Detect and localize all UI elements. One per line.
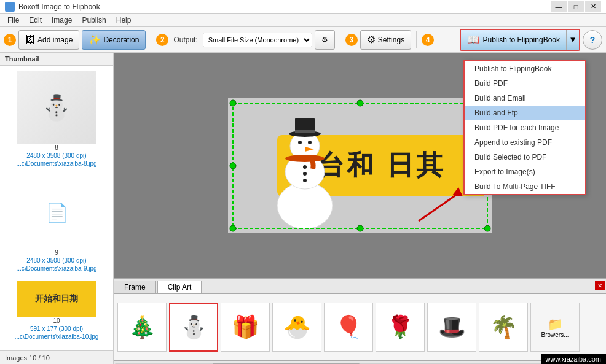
clipart-item-chick[interactable]: 🐣	[272, 303, 321, 352]
status-bar: Images 10 / 10	[0, 350, 113, 364]
title-bar: Boxoft Image to Flipbook — □ ✕	[0, 0, 606, 14]
output-label: Output:	[173, 36, 197, 44]
left-panel: Thumbnail ⛄ 8 2480 x 3508 (300 dpi) ...c…	[0, 53, 114, 364]
help-icon: ?	[590, 35, 596, 45]
thumb-num-8: 8	[55, 144, 58, 151]
close-button[interactable]: ✕	[585, 1, 601, 12]
clipart-grid: 🎄 ⛄ 🎁 🐣 🎈 🌹 🎩 🌴 📁 Browers...	[114, 294, 606, 360]
svg-line-22	[419, 193, 458, 221]
thumb-num-10: 10	[53, 317, 60, 324]
add-image-icon: 🖼	[25, 34, 35, 45]
window-controls: — □ ✕	[551, 1, 601, 12]
svg-marker-23	[452, 187, 463, 196]
thumb-label-10b: ...c\Documents\xiazaiba-10.jpg	[15, 333, 99, 340]
toolbar: 1 🖼 Add image ✨ Decoration 2 Output: Sma…	[0, 27, 606, 53]
step4-section: 4	[422, 34, 434, 46]
step1-badge: 1	[4, 34, 16, 46]
thumbnail-item-10[interactable]: 开始和日期 10 591 x 177 (300 dpi) ...c\Docume…	[2, 278, 111, 343]
svg-point-11	[303, 172, 307, 176]
separator3	[416, 31, 417, 48]
clipart-item-rose[interactable]: 🌹	[376, 303, 425, 352]
thumb-img-10: 开始和日期	[17, 281, 96, 317]
thumb-img-8: ⛄	[17, 71, 96, 144]
thumbnail-item-9[interactable]: 📄 9 2480 x 3508 (300 dpi) ...c\Documents…	[2, 173, 111, 274]
add-image-button[interactable]: 🖼 Add image	[18, 30, 79, 50]
decoration-icon: ✨	[89, 34, 101, 45]
app-title: Boxoft Image to Flipbook	[18, 2, 100, 11]
publish-main-button[interactable]: 📖 Publish to FlippingBook	[461, 30, 567, 50]
browers-label: Browers...	[541, 331, 569, 338]
close-panel-button[interactable]: ✕	[595, 281, 605, 290]
thumb-label-9b: ...c\Documents\xiazaiba-9.jpg	[16, 265, 96, 272]
publish-dropdown-button[interactable]: ▼	[567, 30, 579, 50]
thumbnail-item-8[interactable]: ⛄ 8 2480 x 3508 (300 dpi) ...c\Documents…	[2, 68, 111, 169]
clipart-item-balloons[interactable]: 🎈	[324, 303, 373, 352]
dropdown-item-build-ftp[interactable]: Build and Ftp	[465, 106, 585, 120]
dropdown-item-build-tiff[interactable]: Build To Multi-Page TIFF	[465, 179, 585, 194]
minimize-button[interactable]: —	[551, 1, 567, 12]
publish-icon: 📖	[467, 34, 479, 45]
settings-button[interactable]: ⚙ Settings	[360, 30, 411, 50]
clipart-item-tree[interactable]: 🎄	[117, 303, 167, 352]
canvas-scene: 台和 日其	[228, 98, 492, 233]
tab-frame[interactable]: Frame	[114, 281, 156, 293]
arrow-indicator	[412, 184, 468, 227]
publish-label: Publish to FlippingBook	[483, 36, 560, 44]
dropdown-item-export-image[interactable]: Export to Image(s)	[465, 165, 585, 179]
step3-section: 3 ⚙ Settings	[345, 30, 411, 50]
chevron-down-icon: ▼	[569, 35, 576, 44]
step4-badge: 4	[422, 34, 434, 46]
publish-btn-group: 📖 Publish to FlippingBook ▼	[460, 29, 580, 51]
dropdown-item-publish-flipbook[interactable]: Publish to FlippingBook	[465, 61, 585, 76]
folder-icon: 📁	[548, 317, 563, 331]
dropdown-item-build-pdf-each[interactable]: Build PDF for each Image	[465, 120, 585, 135]
add-image-label: Add image	[37, 36, 73, 44]
settings-icon: ⚙	[367, 34, 376, 45]
thumb-label-10a: 591 x 177 (300 dpi)	[30, 325, 83, 332]
clipart-item-snowman[interactable]: ⛄	[169, 303, 218, 352]
thumb-num-9: 9	[55, 249, 58, 256]
thumb-label-8a: 2480 x 3508 (300 dpi)	[26, 152, 86, 159]
output-select[interactable]: Small File Size (Monochrome)	[203, 33, 312, 47]
browers-button[interactable]: 📁 Browers...	[530, 303, 580, 352]
thumb-img-9: 📄	[17, 176, 96, 249]
decoration-button[interactable]: ✨ Decoration	[82, 30, 146, 50]
images-count: Images 10 / 10	[5, 354, 50, 362]
svg-point-12	[303, 179, 307, 182]
dropdown-item-build-selected[interactable]: Build Selected to PDF	[465, 150, 585, 165]
step1-section: 1 🖼 Add image ✨ Decoration	[4, 30, 146, 50]
tab-clipart[interactable]: Clip Art	[157, 281, 202, 293]
tab-bar: Frame Clip Art	[114, 279, 606, 294]
svg-point-8	[308, 141, 312, 144]
thumb-label-8b: ...c\Documents\xiazaiba-8.jpg	[16, 160, 96, 167]
menu-edit[interactable]: Edit	[24, 15, 47, 26]
dropdown-item-build-email[interactable]: Build and Email	[465, 91, 585, 106]
decoration-label: Decoration	[103, 36, 139, 44]
separator2	[340, 31, 340, 48]
maximize-button[interactable]: □	[568, 1, 584, 12]
svg-point-6	[285, 155, 325, 162]
menu-publish[interactable]: Publish	[77, 15, 111, 26]
clipart-item-gift[interactable]: 🎁	[221, 303, 270, 352]
image-options-icon: ⚙	[321, 36, 328, 44]
step2-badge: 2	[156, 34, 168, 46]
dropdown-item-append-pdf[interactable]: Append to existing PDF	[465, 135, 585, 150]
clipart-scrollbar[interactable]	[114, 360, 606, 364]
help-button[interactable]: ?	[583, 30, 602, 50]
menu-help[interactable]: Help	[111, 15, 136, 26]
menu-image[interactable]: Image	[47, 15, 77, 26]
clipart-item-palm[interactable]: 🌴	[479, 303, 528, 352]
image-options-button[interactable]: ⚙	[315, 30, 335, 50]
svg-rect-5	[295, 130, 315, 133]
svg-point-10	[303, 165, 307, 169]
app-icon	[5, 2, 15, 12]
thumb-label-9a: 2480 x 3508 (300 dpi)	[26, 257, 86, 264]
dropdown-item-build-pdf[interactable]: Build PDF	[465, 76, 585, 91]
menu-bar: File Edit Image Publish Help	[0, 14, 606, 27]
clipart-item-hat[interactable]: 🎩	[427, 303, 476, 352]
thumbnail-header: Thumbnail	[0, 53, 113, 66]
bottom-panel: Frame Clip Art ✕ 🎄 ⛄ 🎁 🐣 🎈 🌹 🎩 🌴 📁 Browe…	[114, 278, 606, 364]
svg-point-7	[298, 141, 302, 144]
step2-section: 2 Output: Small File Size (Monochrome) ⚙	[156, 30, 334, 50]
menu-file[interactable]: File	[2, 15, 24, 26]
